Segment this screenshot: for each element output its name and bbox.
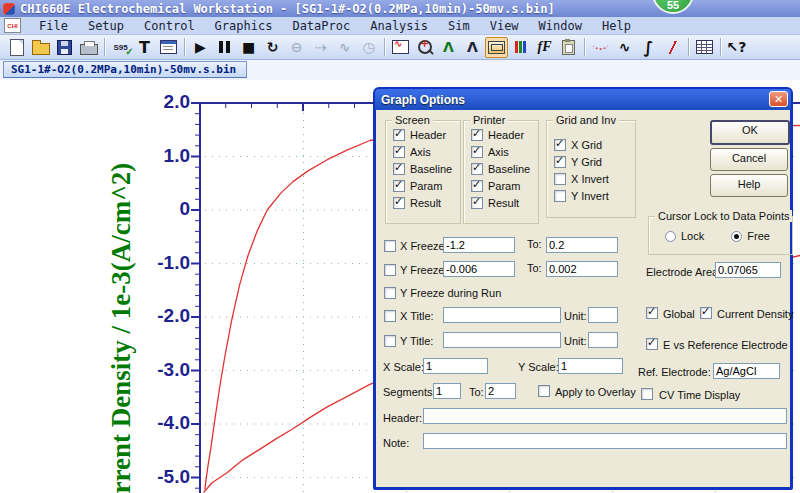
x-freeze-to-input[interactable] — [546, 237, 618, 253]
color-legend-icon[interactable] — [509, 37, 532, 58]
slope-icon[interactable] — [661, 37, 684, 58]
y-title-checkbox[interactable] — [384, 335, 396, 347]
save-icon[interactable] — [53, 37, 76, 58]
y-freeze-from-input[interactable] — [443, 261, 515, 277]
ok-button[interactable]: OK — [710, 120, 790, 145]
grid-x-invert-checkbox[interactable] — [554, 173, 566, 185]
x-scale-input[interactable] — [423, 358, 488, 374]
printer-axis-checkbox[interactable] — [471, 146, 483, 158]
printer-baseline-checkbox[interactable] — [471, 163, 483, 175]
copy-to-clipboard-icon[interactable] — [557, 37, 580, 58]
peak-report-icon[interactable]: Λ — [461, 37, 484, 58]
screen-result-checkbox[interactable] — [393, 197, 405, 209]
x-title-input[interactable] — [443, 307, 561, 323]
text-annotation-icon[interactable]: T — [133, 37, 156, 58]
printer-row: Baseline — [471, 162, 538, 175]
grid-x-grid-checkbox[interactable] — [554, 139, 566, 151]
screen-header-label: Header — [410, 129, 446, 141]
context-help-icon[interactable]: ↖? — [725, 37, 748, 58]
stop-icon[interactable]: ■ — [237, 37, 260, 58]
y-unit-input[interactable] — [588, 332, 618, 348]
parameters-icon[interactable] — [157, 37, 180, 58]
new-file-icon[interactable] — [5, 37, 28, 58]
free-radio-label: Free — [747, 230, 770, 242]
y-title-input[interactable] — [443, 332, 561, 348]
segments-from-input[interactable] — [433, 383, 461, 399]
y-freeze-checkbox[interactable] — [384, 264, 396, 276]
x-title-checkbox[interactable] — [384, 310, 396, 322]
menu-item-analysis[interactable]: Analysis — [360, 18, 438, 34]
screen-header-checkbox[interactable] — [393, 129, 405, 141]
screen-baseline-checkbox[interactable] — [393, 163, 405, 175]
x-unit-input[interactable] — [588, 307, 618, 323]
printer-param-checkbox[interactable] — [471, 180, 483, 192]
toolbar-separator — [584, 38, 585, 56]
font-options-icon[interactable]: fF — [533, 37, 556, 58]
menu-item-graphics[interactable]: Graphics — [205, 18, 283, 34]
menu-item-window[interactable]: Window — [529, 18, 592, 34]
x-freeze-checkbox[interactable] — [384, 240, 396, 252]
screen-param-label: Param — [410, 180, 442, 192]
screen-param-checkbox[interactable] — [393, 180, 405, 192]
document-tab[interactable]: SG1-1#-O2(0.2MPa,10min)-50mv.s.bin — [3, 61, 247, 78]
data-listing-icon[interactable] — [693, 37, 716, 58]
graph-options-icon[interactable] — [485, 37, 508, 58]
cancel-button[interactable]: Cancel — [710, 148, 788, 171]
integration-icon[interactable]: ∫ — [637, 37, 660, 58]
screen-axis-checkbox[interactable] — [393, 146, 405, 158]
free-radio[interactable] — [731, 231, 742, 242]
step-run-icon[interactable]: ⇢ — [309, 37, 332, 58]
smoothing-icon[interactable]: ∿ — [613, 37, 636, 58]
zoom-in-icon[interactable] — [413, 37, 436, 58]
y-freeze-to-input[interactable] — [546, 261, 618, 277]
global-checkbox[interactable] — [646, 307, 658, 319]
print-icon[interactable] — [77, 37, 100, 58]
toolbar-separator — [184, 38, 185, 56]
grid-y-invert-checkbox[interactable] — [554, 190, 566, 202]
segments-to-input[interactable] — [485, 383, 516, 399]
help-button[interactable]: Help — [710, 174, 788, 197]
note-input[interactable] — [423, 433, 787, 449]
timer-icon[interactable]: ◷ — [357, 37, 380, 58]
grid-row: X Grid — [554, 138, 635, 151]
x-freeze-to-label: To: — [527, 238, 542, 250]
e-vs-reference-checkbox[interactable] — [646, 338, 658, 350]
menu-item-control[interactable]: Control — [134, 18, 205, 34]
cv-time-display-checkbox[interactable] — [641, 388, 653, 400]
dialog-titlebar[interactable]: Graph Options — [375, 89, 791, 110]
menu-item-help[interactable]: Help — [592, 18, 641, 34]
screen-row: Baseline — [393, 162, 460, 175]
header-input[interactable] — [423, 408, 787, 424]
grid-y-grid-checkbox[interactable] — [554, 156, 566, 168]
toolbar-separator — [688, 38, 689, 56]
zoom-data-icon[interactable] — [389, 37, 412, 58]
menu-item-view[interactable]: View — [480, 18, 529, 34]
current-density-checkbox[interactable] — [700, 307, 712, 319]
menu-item-dataproc[interactable]: DataProc — [282, 18, 360, 34]
printer-result-checkbox[interactable] — [471, 197, 483, 209]
open-file-icon[interactable] — [29, 37, 52, 58]
apply-to-overlay-checkbox[interactable] — [538, 385, 550, 397]
printer-header-checkbox[interactable] — [471, 129, 483, 141]
x-freeze-from-input[interactable] — [443, 237, 515, 253]
y-freeze-during-run-checkbox[interactable] — [384, 287, 396, 299]
y-scale-input[interactable] — [558, 358, 623, 374]
technique-setup-icon[interactable]: S95 — [109, 37, 132, 58]
reverse-scan-icon[interactable]: ↻ — [261, 37, 284, 58]
printer-axis-label: Axis — [488, 146, 509, 158]
zero-current-icon[interactable]: ⊖ — [285, 37, 308, 58]
run-icon[interactable]: ▶ — [189, 37, 212, 58]
electrode-area-input[interactable] — [715, 262, 781, 278]
pause-icon[interactable] — [213, 37, 236, 58]
electrode-area-label: Electrode Area: — [646, 266, 721, 278]
menu-item-sim[interactable]: Sim — [438, 18, 480, 34]
peak-definition-icon[interactable]: Λ — [437, 37, 460, 58]
ir-compensation-icon[interactable]: ∿ — [333, 37, 356, 58]
segments-label: Segments: — [383, 386, 436, 398]
baseline-fit-icon[interactable] — [589, 37, 612, 58]
ref-electrode-input[interactable] — [713, 363, 780, 379]
menu-item-file[interactable]: File — [29, 18, 78, 34]
menu-item-setup[interactable]: Setup — [78, 18, 134, 34]
close-icon[interactable] — [769, 91, 788, 107]
lock-radio[interactable] — [665, 231, 676, 242]
